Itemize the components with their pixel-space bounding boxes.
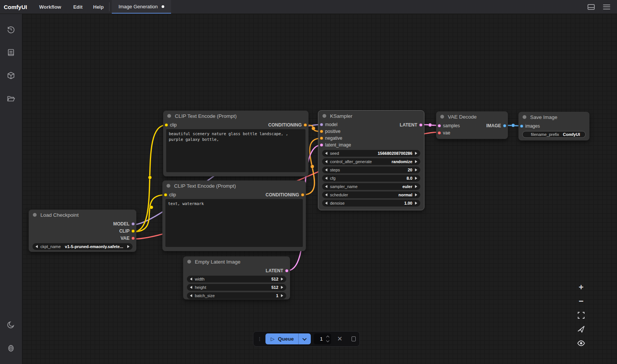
node-empty-latent-image[interactable]: Empty Latent Image LATENT width 512 heig… bbox=[183, 256, 290, 299]
decrement-arrow-icon[interactable] bbox=[325, 177, 327, 180]
batch-count-input[interactable]: 1 bbox=[314, 333, 331, 344]
collapse-dot-icon[interactable] bbox=[523, 115, 526, 119]
collapse-dot-icon[interactable] bbox=[167, 114, 171, 118]
toggle-link-visibility-icon[interactable] bbox=[577, 339, 585, 347]
increment-arrow-icon[interactable] bbox=[415, 202, 417, 205]
stop-icon[interactable] bbox=[352, 336, 356, 341]
increment-arrow-icon[interactable] bbox=[281, 294, 283, 297]
workflow-history-icon[interactable] bbox=[3, 22, 19, 37]
prompt-textarea[interactable]: text, watermark bbox=[165, 199, 303, 247]
prev-option-arrow-icon[interactable] bbox=[325, 193, 327, 196]
node-save-image[interactable]: Save Image images filename_prefix ComfyU… bbox=[518, 112, 589, 140]
decrement-arrow-icon[interactable] bbox=[190, 278, 192, 281]
node-library-icon[interactable] bbox=[3, 68, 19, 83]
output-dot-image[interactable] bbox=[503, 124, 506, 127]
widget-ckpt-name[interactable]: ckpt_name v1-5-pruned-emaonly.safete... bbox=[32, 243, 133, 250]
output-dot-conditioning[interactable] bbox=[304, 123, 307, 126]
node-title-bar[interactable]: VAE Decode bbox=[436, 111, 508, 122]
theme-toggle-moon-icon[interactable] bbox=[3, 317, 19, 332]
input-dot-latent-image[interactable] bbox=[320, 143, 323, 147]
hamburger-menu-icon[interactable] bbox=[603, 5, 610, 9]
settings-gear-icon[interactable] bbox=[3, 341, 19, 356]
node-title-bar[interactable]: Save Image bbox=[518, 112, 589, 122]
decrement-arrow-icon[interactable] bbox=[190, 286, 192, 289]
output-dot-clip[interactable] bbox=[131, 229, 135, 233]
decrement-arrow-icon[interactable] bbox=[325, 152, 327, 155]
fit-view-icon[interactable] bbox=[577, 311, 585, 319]
widget-width[interactable]: width 512 bbox=[187, 276, 286, 282]
decrement-arrow-icon[interactable] bbox=[325, 202, 327, 205]
widget-sampler-name[interactable]: sampler_name euler bbox=[322, 183, 420, 190]
node-title-bar[interactable]: Empty Latent Image bbox=[183, 256, 290, 267]
step-up-icon[interactable] bbox=[326, 336, 329, 339]
workflows-folder-icon[interactable] bbox=[3, 91, 19, 106]
node-vae-decode[interactable]: VAE Decode samples IMAGE vae bbox=[436, 111, 508, 139]
menu-edit[interactable]: Edit bbox=[68, 0, 88, 14]
collapse-dot-icon[interactable] bbox=[187, 260, 191, 264]
output-dot-model[interactable] bbox=[131, 222, 135, 225]
widget-steps[interactable]: steps 20 bbox=[322, 167, 420, 173]
widget-label: batch_size bbox=[195, 293, 215, 298]
widget-denoise[interactable]: denoise 1.00 bbox=[322, 200, 420, 207]
output-dot-latent[interactable] bbox=[285, 269, 288, 272]
widget-scheduler[interactable]: scheduler normal bbox=[322, 191, 420, 198]
widget-height[interactable]: height 512 bbox=[187, 284, 286, 291]
queue-icon[interactable] bbox=[3, 45, 19, 60]
increment-arrow-icon[interactable] bbox=[281, 278, 283, 281]
node-title-bar[interactable]: Load Checkpoint bbox=[29, 210, 136, 220]
zoom-in-icon[interactable]: + bbox=[577, 283, 585, 292]
input-dot-vae[interactable] bbox=[438, 131, 441, 134]
widget-control-after-generate[interactable]: control_after_generate randomize bbox=[322, 158, 420, 165]
input-dot-samples[interactable] bbox=[438, 124, 441, 127]
next-option-arrow-icon[interactable] bbox=[415, 185, 417, 188]
next-option-arrow-icon[interactable] bbox=[127, 245, 130, 248]
next-option-arrow-icon[interactable] bbox=[415, 193, 417, 196]
collapse-dot-icon[interactable] bbox=[33, 213, 37, 217]
clear-queue-icon[interactable]: ✕ bbox=[334, 335, 346, 343]
node-title-bar[interactable]: KSampler bbox=[318, 111, 424, 121]
decrement-arrow-icon[interactable] bbox=[325, 168, 327, 171]
widget-cfg[interactable]: cfg 8.0 bbox=[322, 175, 420, 182]
next-option-arrow-icon[interactable] bbox=[415, 160, 417, 163]
decrement-arrow-icon[interactable] bbox=[190, 294, 192, 297]
menu-help[interactable]: Help bbox=[88, 0, 109, 14]
node-load-checkpoint[interactable]: Load Checkpoint MODEL CLIP VAE ckpt_name… bbox=[29, 210, 136, 252]
input-dot-clip[interactable] bbox=[164, 193, 167, 196]
output-dot-vae[interactable] bbox=[131, 236, 135, 240]
zoom-out-icon[interactable]: − bbox=[577, 297, 585, 305]
tab-image-generation[interactable]: Image Generation bbox=[112, 0, 171, 14]
increment-arrow-icon[interactable] bbox=[415, 177, 417, 180]
bottom-panel-icon[interactable] bbox=[588, 4, 595, 10]
prev-option-arrow-icon[interactable] bbox=[325, 160, 327, 163]
increment-arrow-icon[interactable] bbox=[415, 152, 417, 155]
widget-seed[interactable]: seed 156680208700286 bbox=[322, 150, 420, 157]
input-dot-clip[interactable] bbox=[165, 123, 168, 126]
input-dot-positive[interactable] bbox=[320, 130, 323, 133]
collapse-dot-icon[interactable] bbox=[167, 184, 170, 188]
prev-option-arrow-icon[interactable] bbox=[35, 245, 38, 248]
input-dot-images[interactable] bbox=[520, 124, 523, 128]
node-ksampler[interactable]: KSampler LATENT model positive negative … bbox=[318, 111, 424, 210]
collapse-dot-icon[interactable] bbox=[440, 115, 444, 119]
prompt-textarea[interactable]: beautiful scenery nature glass bottle la… bbox=[166, 129, 305, 172]
input-dot-model[interactable] bbox=[320, 123, 323, 126]
increment-arrow-icon[interactable] bbox=[415, 168, 417, 171]
prev-option-arrow-icon[interactable] bbox=[325, 185, 327, 188]
widget-filename-prefix[interactable]: filename_prefix ComfyUI bbox=[522, 131, 586, 138]
node-clip-text-encode-negative[interactable]: CLIP Text Encode (Prompt) clip CONDITION… bbox=[162, 180, 306, 251]
chevron-down-icon[interactable] bbox=[302, 336, 307, 340]
select-mode-icon[interactable] bbox=[577, 325, 585, 333]
drag-handle-icon[interactable]: ⋮ bbox=[257, 337, 262, 341]
number-stepper[interactable] bbox=[327, 336, 329, 342]
collapse-dot-icon[interactable] bbox=[322, 114, 326, 118]
node-clip-text-encode-positive[interactable]: CLIP Text Encode (Prompt) clip CONDITION… bbox=[163, 111, 308, 176]
node-title-bar[interactable]: CLIP Text Encode (Prompt) bbox=[162, 180, 306, 191]
input-dot-negative[interactable] bbox=[320, 137, 323, 140]
output-dot-conditioning[interactable] bbox=[301, 193, 304, 196]
increment-arrow-icon[interactable] bbox=[281, 286, 283, 289]
widget-batch-size[interactable]: batch_size 1 bbox=[187, 292, 286, 299]
menu-workflow[interactable]: Workflow bbox=[32, 0, 68, 14]
step-down-icon[interactable] bbox=[326, 339, 329, 342]
node-title-bar[interactable]: CLIP Text Encode (Prompt) bbox=[163, 111, 308, 121]
queue-button[interactable]: ▷ Queue bbox=[265, 336, 298, 342]
